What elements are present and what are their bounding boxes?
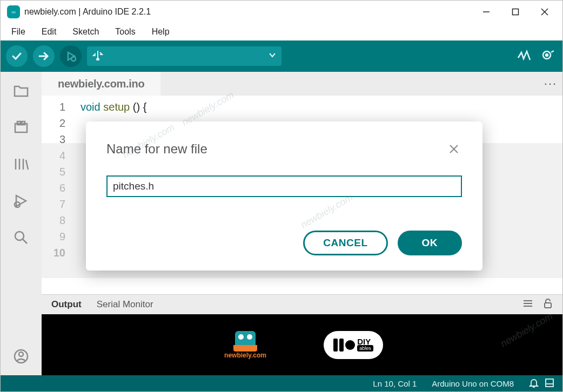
- ables-logo-text: ables: [357, 345, 373, 352]
- debug-icon[interactable]: [12, 192, 30, 210]
- arduino-app-icon: ∞: [7, 5, 20, 18]
- svg-rect-1: [513, 9, 519, 15]
- chevron-down-icon: [269, 51, 276, 61]
- menu-tools[interactable]: Tools: [108, 25, 143, 39]
- debug-button[interactable]: [60, 45, 82, 67]
- tab-more-button[interactable]: ···: [539, 72, 562, 96]
- diy-logo-text: DIY: [357, 338, 373, 346]
- menu-edit[interactable]: Edit: [34, 25, 64, 39]
- sidebar: [1, 72, 42, 375]
- svg-rect-30: [546, 379, 553, 387]
- output-tabs: Output Serial Monitor: [42, 295, 562, 314]
- output-panel: Output Serial Monitor newbiely.c: [42, 294, 562, 375]
- code-function: setup: [103, 101, 130, 113]
- output-options-icon[interactable]: [522, 298, 533, 311]
- svg-point-8: [97, 58, 99, 60]
- dialog-close-button[interactable]: [446, 141, 462, 157]
- board-selector[interactable]: [87, 46, 282, 66]
- svg-line-18: [26, 160, 28, 170]
- file-tab[interactable]: newbiely.com.ino: [42, 72, 160, 96]
- line-number: 1: [42, 99, 65, 115]
- svg-marker-19: [16, 195, 26, 206]
- tab-output[interactable]: Output: [51, 299, 82, 310]
- board-port: Arduino Uno on COM8: [432, 379, 514, 388]
- cursor-position: Ln 10, Col 1: [373, 379, 417, 388]
- statusbar: Ln 10, Col 1 Arduino Uno on COM8: [1, 375, 562, 391]
- window-title: newbiely.com | Arduino IDE 2.2.1: [24, 7, 151, 17]
- maximize-button[interactable]: [501, 1, 530, 23]
- svg-point-24: [19, 352, 23, 356]
- minimize-button[interactable]: [472, 1, 501, 23]
- newbiely-logo: newbiely.com: [221, 328, 270, 362]
- svg-point-21: [15, 232, 24, 240]
- titlebar: ∞ newbiely.com | Arduino IDE 2.2.1: [1, 1, 562, 23]
- tab-serial-monitor[interactable]: Serial Monitor: [97, 299, 153, 310]
- boards-manager-icon[interactable]: [12, 118, 30, 137]
- diyables-logo: DIY ables: [324, 331, 383, 359]
- menu-help[interactable]: Help: [144, 25, 177, 39]
- svg-point-10: [546, 54, 548, 56]
- menu-file[interactable]: File: [4, 25, 33, 39]
- dialog-title: Name for new file: [106, 141, 207, 157]
- output-lock-icon[interactable]: [543, 298, 553, 311]
- cancel-button[interactable]: CANCEL: [303, 231, 387, 255]
- usb-icon: [92, 50, 103, 63]
- new-file-dialog: Name for new file CANCEL OK: [86, 121, 482, 271]
- sketchbook-icon[interactable]: [12, 82, 30, 100]
- serial-monitor-button[interactable]: [539, 47, 557, 65]
- tab-row: newbiely.com.ino ···: [42, 72, 562, 96]
- menu-sketch[interactable]: Sketch: [65, 25, 106, 39]
- output-body: newbiely.com DIY ables: [42, 314, 562, 375]
- toolbar: [1, 40, 562, 72]
- code-text: () {: [133, 101, 147, 113]
- close-button[interactable]: [530, 1, 559, 23]
- svg-line-22: [23, 239, 27, 244]
- newbiely-logo-text: newbiely.com: [224, 352, 266, 359]
- filename-input[interactable]: [106, 175, 462, 197]
- notifications-icon[interactable]: [529, 378, 539, 389]
- line-number: 2: [42, 115, 65, 131]
- upload-button[interactable]: [33, 45, 55, 67]
- ok-button[interactable]: OK: [398, 231, 463, 255]
- search-icon[interactable]: [12, 228, 30, 247]
- svg-point-6: [71, 57, 76, 61]
- account-icon[interactable]: [12, 347, 30, 366]
- app-window: ∞ newbiely.com | Arduino IDE 2.2.1 File …: [0, 0, 563, 392]
- serial-plotter-button[interactable]: [515, 47, 533, 65]
- verify-button[interactable]: [6, 45, 28, 67]
- svg-rect-28: [545, 303, 551, 308]
- code-keyword: void: [81, 101, 100, 113]
- menubar: File Edit Sketch Tools Help: [1, 23, 562, 40]
- close-panel-icon[interactable]: [545, 379, 554, 389]
- svg-line-11: [551, 51, 554, 52]
- library-manager-icon[interactable]: [12, 155, 30, 173]
